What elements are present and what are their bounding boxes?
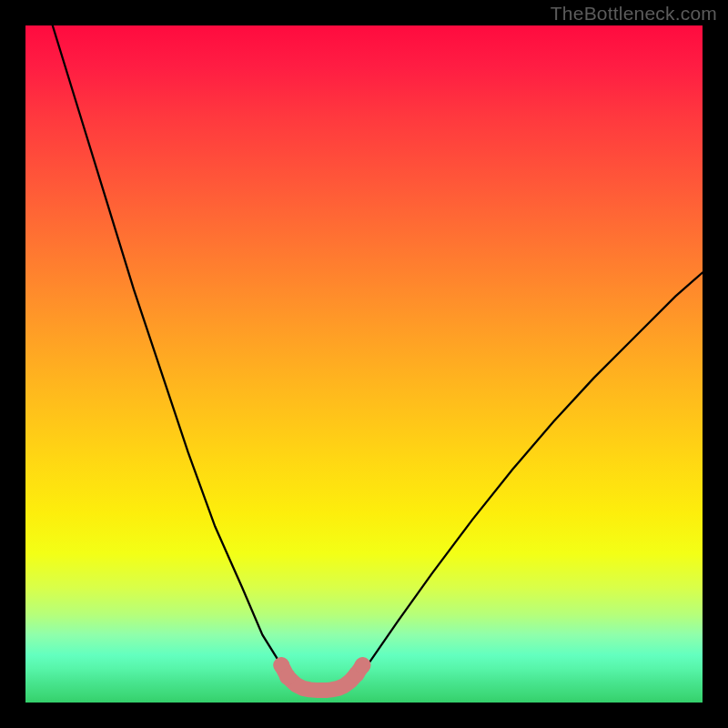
watermark-text: TheBottleneck.com: [551, 3, 717, 25]
chart-svg: [25, 25, 703, 703]
scatter-dot: [279, 669, 296, 685]
chart-frame: TheBottleneck.com: [0, 0, 728, 728]
plot-area: [25, 25, 703, 703]
scatter-dot: [355, 657, 371, 673]
series-left-curve: [53, 25, 306, 688]
series-right-curve: [341, 273, 703, 689]
